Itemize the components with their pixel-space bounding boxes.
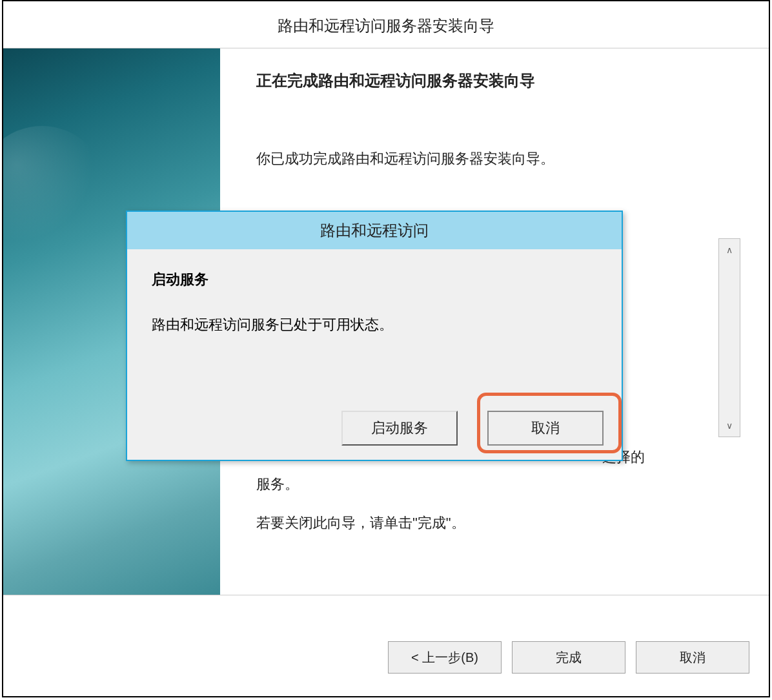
modal-heading: 启动服务 — [152, 270, 597, 289]
back-button[interactable]: < 上一步(B) — [388, 641, 502, 674]
modal-dialog: 路由和远程访问 启动服务 路由和远程访问服务已处于可用状态。 启动服务 取消 — [126, 211, 623, 461]
content-post-text-line2: 服务。 — [256, 476, 299, 492]
modal-footer: 启动服务 取消 — [341, 411, 604, 446]
start-service-button[interactable]: 启动服务 — [341, 411, 458, 446]
content-success-text: 你已成功完成路由和远程访问服务器安装向导。 — [256, 149, 736, 169]
scroll-down-icon[interactable]: ∨ — [719, 415, 740, 437]
content-close-text: 若要关闭此向导，请单击"完成"。 — [256, 513, 465, 533]
modal-body: 启动服务 路由和远程访问服务已处于可用状态。 — [127, 249, 622, 335]
content-heading: 正在完成路由和远程访问服务器安装向导 — [256, 70, 736, 91]
finish-button[interactable]: 完成 — [512, 641, 625, 674]
scroll-up-icon[interactable]: ∧ — [719, 239, 740, 261]
modal-text: 路由和远程访问服务已处于可用状态。 — [152, 315, 597, 335]
cancel-button[interactable]: 取消 — [636, 641, 749, 674]
modal-title: 路由和远程访问 — [127, 212, 622, 249]
summary-scrollbar[interactable]: ∧ ∨ — [718, 238, 740, 437]
modal-cancel-button[interactable]: 取消 — [487, 411, 604, 446]
wizard-title: 路由和远程访问服务器安装向导 — [3, 1, 769, 48]
wizard-footer: < 上一步(B) 完成 取消 — [3, 619, 769, 696]
